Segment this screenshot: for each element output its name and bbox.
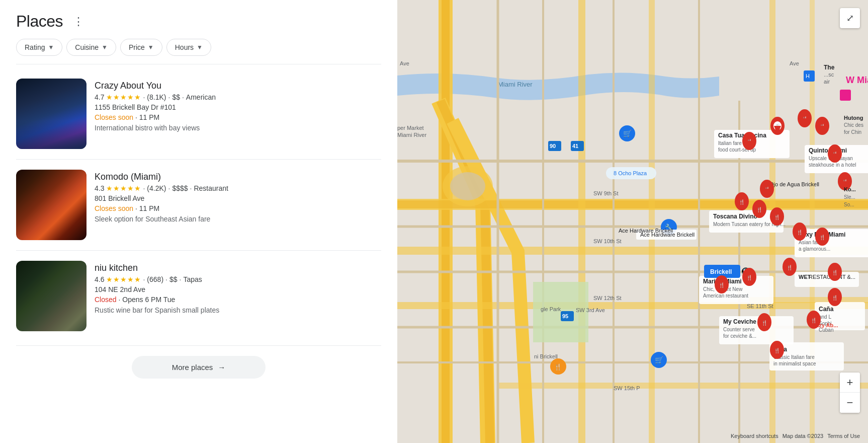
- zoom-in-button[interactable]: +: [840, 373, 860, 393]
- place-name: Komodo (Miami): [95, 172, 381, 182]
- meta-dot: ·: [182, 93, 184, 101]
- star-2: ★: [113, 184, 120, 192]
- svg-text:🍴: 🍴: [774, 347, 780, 354]
- svg-text:Casa Tua Cucina: Casa Tua Cucina: [718, 132, 766, 139]
- map-svg: Miami River: [397, 0, 868, 443]
- rating-number: 4.6: [95, 275, 104, 283]
- place-info-komodo: Komodo (Miami) 4.3 ★ ★ ★ ★ ★ · (4.2K) · …: [95, 170, 381, 240]
- meta-dot: ·: [165, 275, 167, 283]
- meta-dot: ·: [190, 184, 192, 192]
- svg-text:🍴: 🍴: [819, 234, 826, 241]
- hours-status: Closes soon: [95, 113, 133, 121]
- place-item-komodo[interactable]: Komodo (Miami) 4.3 ★ ★ ★ ★ ★ · (4.2K) · …: [0, 160, 397, 250]
- hours-detail: · 11 PM: [135, 204, 159, 212]
- map-zoom-controls: + −: [840, 373, 860, 413]
- svg-rect-11: [649, 0, 655, 443]
- place-type: Restaurant: [194, 184, 228, 192]
- svg-text:SW 15th P: SW 15th P: [614, 385, 640, 391]
- svg-text:Ojo de Agua Brickell: Ojo de Agua Brickell: [769, 181, 819, 187]
- svg-text:🍴: 🍴: [832, 269, 838, 276]
- svg-text:air: air: [824, 79, 830, 85]
- svg-text:🍴: 🍴: [832, 294, 838, 301]
- filter-price[interactable]: Price ▼: [120, 39, 162, 56]
- svg-text:Miami River: Miami River: [397, 132, 426, 138]
- place-description: Sleek option for Southeast Asian fare: [95, 214, 381, 225]
- svg-text:Sle...: Sle...: [844, 194, 855, 200]
- map-data-label: Map data ©2023: [783, 433, 824, 439]
- svg-text:8 Ocho Plaza: 8 Ocho Plaza: [614, 170, 647, 176]
- place-meta: 4.7 ★ ★ ★ ★ ★ · (8.1K) · $$ · American: [95, 93, 381, 101]
- star-half: ★: [134, 93, 141, 101]
- chevron-down-icon: ▼: [197, 44, 203, 51]
- svg-text:Brickell: Brickell: [710, 268, 732, 275]
- place-image-niu-kitchen: [16, 261, 86, 331]
- svg-text:...sc: ...sc: [824, 71, 834, 78]
- place-image-komodo: [16, 170, 86, 240]
- svg-text:🍴: 🍴: [787, 264, 793, 271]
- svg-text:Toscana Divino: Toscana Divino: [713, 213, 757, 220]
- map-attribution: Keyboard shortcuts Map data ©2023 Terms …: [731, 433, 860, 439]
- place-type: Tapas: [183, 275, 202, 283]
- filter-rating[interactable]: Rating ▼: [16, 39, 62, 56]
- svg-text:Caña: Caña: [819, 306, 834, 313]
- star-1: ★: [106, 275, 113, 283]
- svg-text:🍴: 🍴: [756, 206, 763, 213]
- hours-detail: · 11 PM: [135, 113, 159, 121]
- svg-text:SW 12th St: SW 12th St: [593, 295, 622, 301]
- star-3: ★: [120, 184, 127, 192]
- meta-dot: ·: [143, 275, 145, 283]
- star-1: ★: [106, 93, 113, 101]
- map-expand-button[interactable]: ⤢: [840, 8, 860, 28]
- svg-text:So...: So...: [844, 202, 854, 207]
- more-places-wrap: More places →: [0, 346, 397, 399]
- rating-number: 4.3: [95, 184, 104, 192]
- meta-dot: ·: [143, 93, 145, 101]
- places-list: Crazy About You 4.7 ★ ★ ★ ★ ★ · (8.1K) ·…: [0, 64, 397, 345]
- hours-status: Closes soon: [95, 204, 133, 212]
- svg-rect-7: [397, 302, 868, 309]
- more-places-button[interactable]: More places →: [132, 356, 266, 379]
- meta-dot: ·: [168, 184, 170, 192]
- terms-link[interactable]: Terms of Use: [827, 433, 860, 439]
- filter-hours[interactable]: Hours ▼: [166, 39, 211, 56]
- page-title: Places: [16, 12, 63, 31]
- svg-text:Hutong: Hutong: [844, 115, 863, 121]
- filter-cuisine[interactable]: Cuisine ▼: [66, 39, 116, 56]
- svg-text:🍴: 🍴: [739, 199, 745, 205]
- chevron-down-icon: ▼: [102, 44, 108, 51]
- svg-text:Chic des: Chic des: [844, 122, 863, 128]
- svg-rect-0: [397, 0, 868, 443]
- review-count: (8.1K): [147, 93, 166, 101]
- svg-text:Ko...: Ko...: [844, 186, 856, 192]
- place-hours: Closes soon · 11 PM: [95, 204, 381, 212]
- star-4: ★: [127, 275, 134, 283]
- more-places-label: More places: [172, 363, 213, 372]
- hours-status: Closed: [95, 296, 117, 304]
- arrow-right-icon: →: [218, 363, 225, 372]
- place-item-crazy-about-you[interactable]: Crazy About You 4.7 ★ ★ ★ ★ ★ · (8.1K) ·…: [0, 68, 397, 159]
- zoom-out-button[interactable]: −: [840, 393, 860, 413]
- price: $$: [172, 93, 180, 101]
- filter-hours-label: Hours: [175, 43, 194, 51]
- star-2: ★: [113, 93, 120, 101]
- place-meta: 4.3 ★ ★ ★ ★ ★ · (4.2K) · $$$$ · Restaura…: [95, 184, 381, 192]
- place-name: niu kitchen: [95, 263, 381, 273]
- svg-text:Ave: Ave: [790, 60, 799, 66]
- star-1: ★: [106, 184, 113, 192]
- review-count: (4.2K): [147, 184, 166, 192]
- filters-row: Rating ▼ Cuisine ▼ Price ▼ Hours ▼: [0, 39, 397, 64]
- stars: ★ ★ ★ ★ ★: [106, 275, 141, 283]
- place-info-crazy-about-you: Crazy About You 4.7 ★ ★ ★ ★ ★ · (8.1K) ·…: [95, 79, 381, 149]
- svg-text:gle Park: gle Park: [541, 306, 561, 312]
- svg-text:ni Brickell: ni Brickell: [534, 353, 558, 359]
- place-address: 1155 Brickell Bay Dr #101: [95, 103, 381, 111]
- left-panel: Places ⋮ Rating ▼ Cuisine ▼ Price ▼ Hour…: [0, 0, 397, 443]
- star-3: ★: [120, 93, 127, 101]
- map-container[interactable]: Miami River: [397, 0, 868, 443]
- place-item-niu-kitchen[interactable]: niu kitchen 4.6 ★ ★ ★ ★ ★ · (668) · $$ ·: [0, 251, 397, 341]
- svg-text:SW 10th St: SW 10th St: [593, 238, 622, 244]
- meta-dot: ·: [168, 93, 170, 101]
- keyboard-shortcuts-link[interactable]: Keyboard shortcuts: [731, 433, 778, 439]
- more-options-button[interactable]: ⋮: [69, 13, 88, 30]
- star-4: ★: [127, 93, 134, 101]
